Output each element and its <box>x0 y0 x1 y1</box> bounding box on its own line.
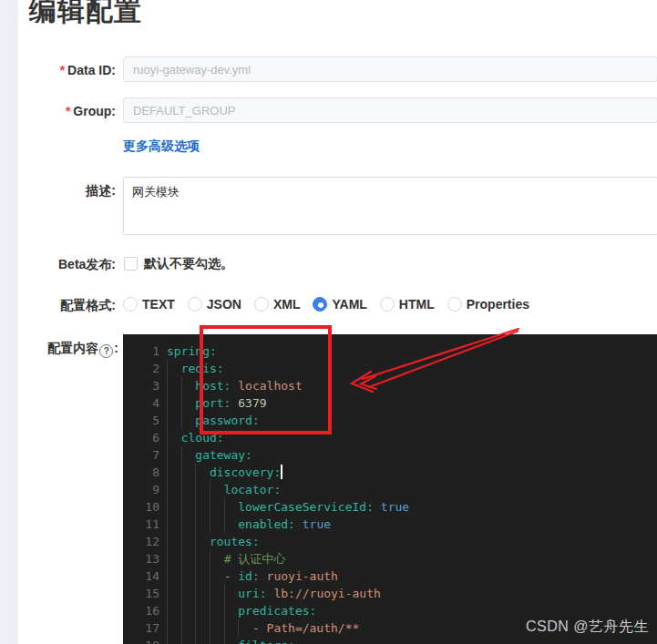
indent-guide <box>167 567 168 585</box>
indent-guide <box>181 464 182 481</box>
radio-circle-icon[interactable] <box>188 297 202 312</box>
line-number: 11 <box>123 516 159 533</box>
description-label: 描述: <box>18 183 116 199</box>
beta-checkbox[interactable] <box>124 257 138 271</box>
code-line[interactable]: 10 lowerCaseServiceId: true <box>123 498 657 516</box>
code-line[interactable]: 11 enabled: true <box>123 516 657 533</box>
data-id-label-text: Data ID: <box>67 63 116 77</box>
indent-guide <box>195 481 196 498</box>
line-number: 18 <box>123 637 159 644</box>
description-textarea[interactable]: 网关模块 <box>123 177 657 235</box>
indent-guide <box>195 516 196 533</box>
indent-guide <box>224 585 225 602</box>
code-text: redis: <box>167 360 224 377</box>
code-line[interactable]: 5 password: <box>123 412 657 429</box>
line-number: 12 <box>123 533 159 550</box>
code-text: lowerCaseServiceId: true <box>167 498 409 516</box>
config-content-label: 配置内容?: <box>18 341 118 358</box>
indent-guide <box>167 516 168 533</box>
text-cursor <box>281 465 282 479</box>
indent-guide <box>210 498 210 516</box>
indent-guide <box>181 637 182 644</box>
format-radio-properties[interactable]: Properties <box>447 297 529 312</box>
code-text: uri: lb://ruoyi-auth <box>167 585 381 602</box>
radio-circle-icon[interactable] <box>380 297 395 312</box>
code-line[interactable]: 7 gateway: <box>123 446 657 464</box>
indent-guide <box>210 567 210 585</box>
format-radio-html[interactable]: HTML <box>380 297 435 312</box>
code-text: enabled: true <box>167 516 331 533</box>
line-number: 4 <box>123 394 159 412</box>
code-text: filters: <box>167 637 295 644</box>
indent-guide <box>224 619 225 637</box>
line-number: 7 <box>123 446 159 464</box>
radio-label: XML <box>273 297 301 312</box>
code-line[interactable]: 13 # 认证中心 <box>123 550 657 567</box>
code-text: port: 6379 <box>167 394 267 412</box>
code-line[interactable]: 18 filters: <box>123 637 657 644</box>
required-asterisk: * <box>66 104 70 118</box>
indent-guide <box>195 550 196 567</box>
code-line[interactable]: 4 port: 6379 <box>123 394 657 412</box>
help-icon[interactable]: ? <box>99 344 113 358</box>
required-asterisk: * <box>60 63 65 77</box>
indent-guide <box>224 498 225 516</box>
indent-guide <box>167 377 168 394</box>
code-line[interactable]: 6 cloud: <box>123 429 657 446</box>
code-line[interactable]: 8 discovery: <box>123 464 657 481</box>
indent-guide <box>195 533 196 550</box>
radio-circle-icon[interactable] <box>123 297 138 312</box>
line-number: 2 <box>123 360 159 377</box>
advanced-options-link[interactable]: 更多高级选项 <box>123 138 200 155</box>
indent-guide <box>195 498 196 516</box>
radio-label: TEXT <box>142 297 175 312</box>
group-input[interactable] <box>123 97 657 123</box>
indent-guide <box>181 481 182 498</box>
indent-guide <box>195 637 196 644</box>
data-id-input[interactable] <box>123 56 657 82</box>
code-line[interactable]: 15 uri: lb://ruoyi-auth <box>123 585 657 602</box>
radio-label: YAML <box>332 297 366 312</box>
code-line[interactable]: 2 redis: <box>123 360 657 377</box>
indent-guide <box>210 481 210 498</box>
code-text: password: <box>167 412 260 429</box>
indent-guide <box>210 585 210 602</box>
beta-label: Beta发布: <box>18 257 116 273</box>
indent-guide <box>167 394 168 412</box>
indent-guide <box>210 516 210 533</box>
group-label: *Group: <box>18 104 116 118</box>
radio-circle-icon[interactable] <box>447 297 462 312</box>
format-label: 配置格式: <box>18 298 116 314</box>
radio-circle-icon[interactable] <box>254 297 269 312</box>
line-number: 14 <box>123 567 159 585</box>
code-text: spring: <box>167 342 217 360</box>
format-radio-yaml[interactable]: YAML <box>313 297 366 312</box>
code-line[interactable]: 14 - id: ruoyi-auth <box>123 567 657 585</box>
line-number: 9 <box>123 481 159 498</box>
line-number: 3 <box>123 377 159 394</box>
config-content-editor[interactable]: 1spring:2 redis:3 host: localhost4 port:… <box>123 334 657 644</box>
indent-guide <box>181 516 182 533</box>
indent-guide <box>181 567 182 585</box>
radio-circle-icon[interactable] <box>313 297 327 312</box>
line-number: 15 <box>123 585 159 602</box>
code-text: predicates: <box>167 602 316 619</box>
line-number: 16 <box>123 602 159 619</box>
format-radio-text[interactable]: TEXT <box>123 297 175 312</box>
left-sidebar-strip <box>0 0 18 644</box>
format-radio-json[interactable]: JSON <box>188 297 241 312</box>
code-line[interactable]: 12 routes: <box>123 533 657 550</box>
indent-guide <box>167 481 168 498</box>
code-line[interactable]: 1spring: <box>123 342 657 360</box>
code-text: host: localhost <box>167 377 303 394</box>
code-text: cloud: <box>167 429 224 446</box>
radio-label: HTML <box>399 297 435 312</box>
config-content-colon: : <box>114 341 118 355</box>
indent-guide <box>167 533 168 550</box>
indent-guide <box>195 585 196 602</box>
code-line[interactable]: 3 host: localhost <box>123 377 657 394</box>
indent-guide <box>167 550 168 567</box>
format-radio-xml[interactable]: XML <box>254 297 301 312</box>
code-line[interactable]: 9 locator: <box>123 481 657 498</box>
indent-guide <box>167 446 168 464</box>
